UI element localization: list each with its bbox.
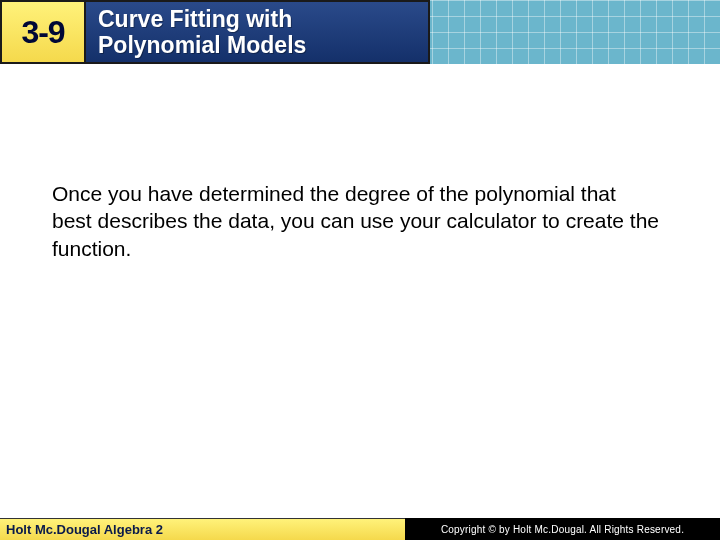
slide-footer: Holt Mc.Dougal Algebra 2 Copyright © by …: [0, 518, 720, 540]
lesson-number: 3-9: [21, 14, 64, 51]
slide-header: 3-9 Curve Fitting with Polynomial Models: [0, 0, 720, 64]
header-bar: 3-9 Curve Fitting with Polynomial Models: [0, 0, 430, 64]
lesson-title-line1: Curve Fitting with: [98, 6, 428, 32]
slide-content: Once you have determined the degree of t…: [52, 180, 660, 262]
footer-copyright: Copyright © by Holt Mc.Dougal. All Right…: [405, 518, 720, 540]
lesson-number-box: 3-9: [0, 0, 86, 64]
lesson-title-box: Curve Fitting with Polynomial Models: [86, 0, 430, 64]
lesson-title-line2: Polynomial Models: [98, 32, 428, 58]
footer-textbook-name: Holt Mc.Dougal Algebra 2: [0, 518, 405, 540]
body-paragraph: Once you have determined the degree of t…: [52, 180, 660, 262]
